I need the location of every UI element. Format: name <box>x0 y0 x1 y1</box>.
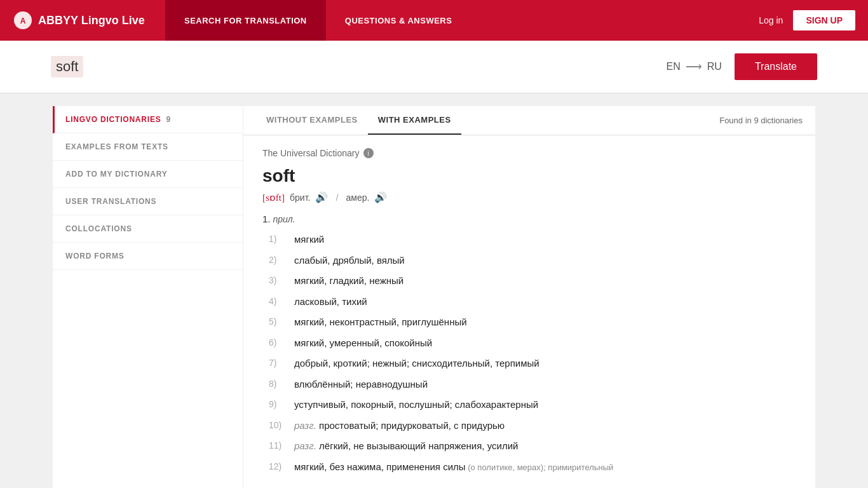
colloquial-label: разг. <box>294 440 319 451</box>
sidebar-item-word-forms[interactable]: WORD FORMS <box>53 243 243 270</box>
search-word: soft <box>51 56 83 78</box>
tabs: WITHOUT EXAMPLES WITH EXAMPLES Found in … <box>243 106 815 135</box>
content-area: WITHOUT EXAMPLES WITH EXAMPLES Found in … <box>243 106 815 488</box>
translate-button[interactable]: Translate <box>735 53 817 80</box>
list-item: 10)разг. простоватый; придурковатый, с п… <box>269 416 796 437</box>
colloquial-label: разг. <box>294 420 319 431</box>
brit-label: брит. <box>290 193 310 203</box>
item-text: мягкий, гладкий, нежный <box>294 274 403 288</box>
item-text: влюблённый; неравнодушный <box>294 377 428 392</box>
item-text: добрый, кроткий; нежный; снисходительный… <box>294 356 539 371</box>
dict-content: The Universal Dictionary i soft [sɒft] б… <box>243 135 815 488</box>
item-num: 4) <box>269 295 294 309</box>
list-item: 7)добрый, кроткий; нежный; снисходительн… <box>269 353 796 374</box>
lang-arrow-icon: ⟶ <box>686 60 702 74</box>
item-num: 8) <box>269 377 294 392</box>
logo: A ABBYY Lingvo Live <box>13 10 165 30</box>
svg-text:A: A <box>20 17 26 25</box>
item-num: 2) <box>269 254 294 268</box>
tab-without-examples[interactable]: WITHOUT EXAMPLES <box>256 106 368 135</box>
word-heading: soft <box>262 166 796 186</box>
sidebar-item-add-dict[interactable]: ADD TO MY DICTIONARY <box>53 161 243 188</box>
info-icon[interactable]: i <box>363 148 374 158</box>
item-text: мягкий, умеренный, спокойный <box>294 336 432 351</box>
item-text: мягкий, неконтрастный, приглушённый <box>294 315 467 330</box>
logo-text: ABBYY Lingvo Live <box>38 14 145 27</box>
list-item: 6)мягкий, умеренный, спокойный <box>269 333 796 354</box>
logo-icon: A <box>13 10 33 30</box>
login-button[interactable]: Log in <box>759 15 783 25</box>
list-item: 9)уступчивый, покорный, послушный; слабо… <box>269 395 796 416</box>
lang-selector: EN ⟶ RU <box>667 60 722 74</box>
signup-button[interactable]: SIGN UP <box>793 10 855 30</box>
brit-audio-button[interactable]: 🔊 <box>315 191 328 203</box>
list-item: 1)мягкий <box>269 229 796 250</box>
list-item: 3)мягкий, гладкий, нежный <box>269 271 796 292</box>
lang-from: EN <box>667 61 681 72</box>
translations-list: 1)мягкий2)слабый, дряблый, вялый3)мягкий… <box>269 229 796 477</box>
list-item: 8)влюблённый; неравнодушный <box>269 374 796 395</box>
nav-qa[interactable]: QUESTIONS & ANSWERS <box>326 0 471 41</box>
pronunciation: [sɒft] брит. 🔊 / амер. 🔊 <box>262 191 796 203</box>
lang-to: RU <box>707 61 722 72</box>
item-text: мягкий, без нажима, применения силы (о п… <box>294 460 613 475</box>
sidebar-item-lingvo[interactable]: LINGVO DICTIONARIES 9 <box>53 106 243 133</box>
item-text: уступчивый, покорный, послушный; слабоха… <box>294 398 538 412</box>
item-text: мягкий <box>294 233 324 247</box>
dict-title: The Universal Dictionary i <box>262 148 796 158</box>
item-num: 1) <box>269 233 294 247</box>
phonetic: [sɒft] <box>262 192 285 203</box>
sidebar-item-collocations[interactable]: COLLOCATIONS <box>53 215 243 243</box>
item-num: 5) <box>269 315 294 330</box>
list-item: 4)ласковый, тихий <box>269 292 796 313</box>
amer-audio-button[interactable]: 🔊 <box>374 191 387 203</box>
grammar-section: 1. прил. <box>262 214 796 224</box>
note-label: (о политике, мерах); примирительный <box>466 463 614 472</box>
sidebar-item-examples[interactable]: EXAMPLES FROM TEXTS <box>53 133 243 161</box>
header-right: Log in SIGN UP <box>759 10 855 30</box>
item-num: 12) <box>269 460 294 475</box>
header: A ABBYY Lingvo Live SEARCH FOR TRANSLATI… <box>0 0 868 41</box>
item-text: слабый, дряблый, вялый <box>294 254 405 268</box>
tab-with-examples[interactable]: WITH EXAMPLES <box>368 106 461 135</box>
separator: / <box>336 192 338 203</box>
item-num: 11) <box>269 439 294 454</box>
main-content: LINGVO DICTIONARIES 9 EXAMPLES FROM TEXT… <box>53 106 815 488</box>
sidebar: LINGVO DICTIONARIES 9 EXAMPLES FROM TEXT… <box>53 106 243 488</box>
main-nav: SEARCH FOR TRANSLATION QUESTIONS & ANSWE… <box>165 0 471 41</box>
nav-search[interactable]: SEARCH FOR TRANSLATION <box>165 0 326 41</box>
list-item: 2)слабый, дряблый, вялый <box>269 250 796 271</box>
grammar-num: 1. <box>262 214 271 224</box>
item-num: 7) <box>269 356 294 371</box>
item-num: 3) <box>269 274 294 288</box>
grammar-label: прил. <box>273 214 295 224</box>
amer-label: амер. <box>346 193 370 203</box>
sidebar-item-user-trans[interactable]: USER TRANSLATIONS <box>53 188 243 215</box>
item-num: 9) <box>269 398 294 412</box>
item-num: 10) <box>269 419 294 433</box>
list-item: 12)мягкий, без нажима, применения силы (… <box>269 457 796 478</box>
search-container: soft EN ⟶ RU Translate <box>0 41 868 93</box>
found-info: Found in 9 dictionaries <box>719 116 803 125</box>
item-num: 6) <box>269 336 294 351</box>
list-item: 11)разг. лёгкий, не вызывающий напряжени… <box>269 436 796 457</box>
item-text: разг. лёгкий, не вызывающий напряжения, … <box>294 439 518 454</box>
item-text: разг. простоватый; придурковатый, с прид… <box>294 419 505 433</box>
list-item: 5)мягкий, неконтрастный, приглушённый <box>269 312 796 333</box>
item-text: ласковый, тихий <box>294 295 367 309</box>
